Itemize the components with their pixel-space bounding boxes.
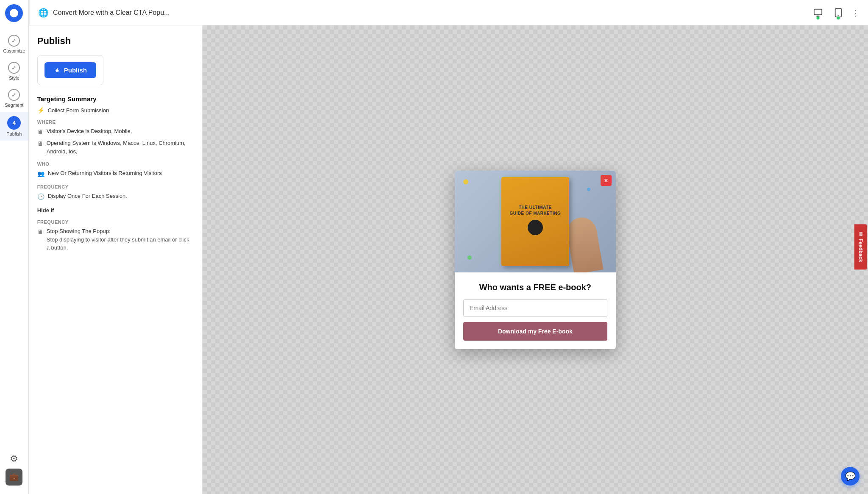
chat-icon: 💬 bbox=[845, 471, 856, 481]
settings-icon[interactable]: ⚙ bbox=[10, 453, 18, 464]
hide-frequency-text-wrap: Stop Showing The Popup: Stop displaying … bbox=[47, 227, 194, 252]
top-bar: 🌐 Convert More with a Clear CTA Popu... … bbox=[30, 0, 868, 25]
style-check-icon: ✓ bbox=[8, 62, 20, 74]
frequency-condition: 🕐 Display Once For Each Session. bbox=[37, 192, 194, 201]
hide-frequency-title: Stop Showing The Popup: bbox=[47, 227, 194, 236]
sidebar-item-style[interactable]: ✓ Style bbox=[0, 58, 28, 85]
book-title-line2: GUIDE OF MARKETING bbox=[510, 211, 561, 216]
deco-circle-2 bbox=[587, 188, 590, 191]
publish-step-badge: 4 bbox=[7, 116, 21, 130]
hide-frequency-label: FREQUENCY bbox=[37, 219, 194, 225]
svg-text:O: O bbox=[12, 10, 16, 16]
feedback-tab[interactable]: ✉ Feedback bbox=[854, 224, 867, 269]
more-options-button[interactable]: ⋮ bbox=[851, 8, 860, 18]
feedback-label: Feedback bbox=[857, 239, 863, 262]
os-condition: 🖥 Operating System is Windows, Macos, Li… bbox=[37, 139, 194, 155]
book-title-line1: THE ULTIMATE bbox=[519, 205, 552, 211]
left-sidebar: O ✓ Customize ✓ Style ✓ Segment 4 Publis… bbox=[0, 0, 29, 494]
sidebar-item-publish-label: Publish bbox=[6, 131, 22, 136]
panel-title: Publish bbox=[37, 36, 194, 47]
sidebar-bottom: ⚙ 💼 bbox=[6, 453, 22, 490]
popup-image-area: THE ULTIMATE GUIDE OF MARKETING bbox=[455, 171, 616, 272]
where-section-label: WHERE bbox=[37, 119, 194, 125]
publish-button-container: Publish bbox=[37, 55, 103, 85]
visitor-condition-text: New Or Returning Visitors is Returning V… bbox=[48, 169, 162, 178]
sidebar-item-customize-label: Customize bbox=[3, 48, 25, 53]
deco-circle-3 bbox=[467, 255, 472, 260]
os-condition-text: Operating System is Windows, Macos, Linu… bbox=[47, 139, 194, 155]
os-icon: 🖥 bbox=[37, 139, 43, 148]
sidebar-item-publish[interactable]: 4 Publish bbox=[0, 112, 28, 141]
hide-if-label: Hide if bbox=[37, 207, 194, 214]
svg-rect-2 bbox=[814, 9, 822, 14]
download-cta-button[interactable]: Download my Free E-book bbox=[463, 322, 607, 341]
popup-body: Who wants a FREE e-book? Download my Fre… bbox=[455, 272, 616, 349]
sidebar-item-customize[interactable]: ✓ Customize bbox=[0, 31, 28, 58]
zap-icon: ⚡ bbox=[37, 107, 45, 114]
visitors-icon: 👥 bbox=[37, 169, 45, 178]
sidebar-item-style-label: Style bbox=[9, 75, 19, 80]
targeting-item-label: Collect Form Submission bbox=[48, 107, 109, 114]
who-section-label: WHO bbox=[37, 161, 194, 167]
device-condition: 🖥 Visitor's Device is Desktop, Mobile, bbox=[37, 127, 194, 136]
device-icon: 🖥 bbox=[37, 128, 43, 136]
chat-bubble-button[interactable]: 💬 bbox=[841, 467, 860, 486]
visitor-condition: 👥 New Or Returning Visitors is Returning… bbox=[37, 169, 194, 178]
publish-button-label: Publish bbox=[64, 67, 87, 74]
customize-check-icon: ✓ bbox=[8, 35, 20, 47]
popup-headline: Who wants a FREE e-book? bbox=[463, 283, 607, 292]
desktop-device-button[interactable] bbox=[810, 5, 826, 20]
page-title: Convert More with a Clear CTA Popu... bbox=[53, 9, 810, 17]
frequency-section-label: FREQUENCY bbox=[37, 184, 194, 189]
deco-circle-1 bbox=[463, 179, 468, 184]
clock-icon: 🕐 bbox=[37, 192, 45, 201]
top-bar-actions: ⋮ bbox=[810, 5, 860, 20]
sidebar-item-segment[interactable]: ✓ Segment bbox=[0, 85, 28, 112]
mobile-device-button[interactable] bbox=[831, 5, 846, 20]
publish-button[interactable]: Publish bbox=[45, 62, 96, 78]
sidebar-item-segment-label: Segment bbox=[5, 103, 23, 108]
popup-close-button[interactable]: × bbox=[601, 175, 612, 186]
frequency-condition-text: Display Once For Each Session. bbox=[48, 192, 127, 200]
targeting-collect-form: ⚡ Collect Form Submission bbox=[37, 107, 194, 114]
device-condition-text: Visitor's Device is Desktop, Mobile, bbox=[47, 127, 132, 136]
targeting-summary-title: Targeting Summary bbox=[37, 95, 194, 103]
hand-illustration bbox=[565, 215, 604, 272]
hide-frequency-condition: 🖥 Stop Showing The Popup: Stop displayin… bbox=[37, 227, 194, 252]
globe-icon: 🌐 bbox=[38, 8, 49, 18]
popup-modal: THE ULTIMATE GUIDE OF MARKETING × Who wa… bbox=[455, 171, 616, 349]
briefcase-icon[interactable]: 💼 bbox=[6, 469, 22, 486]
book-cover: THE ULTIMATE GUIDE OF MARKETING bbox=[501, 177, 569, 266]
hide-frequency-desc: Stop displaying to visitor after they su… bbox=[47, 236, 194, 252]
segment-check-icon: ✓ bbox=[8, 89, 20, 101]
main-layout: Publish Publish Targeting Summary ⚡ Coll… bbox=[29, 25, 868, 494]
preview-canvas: THE ULTIMATE GUIDE OF MARKETING × Who wa… bbox=[203, 25, 868, 494]
book-circle-decoration bbox=[528, 220, 543, 235]
publish-panel: Publish Publish Targeting Summary ⚡ Coll… bbox=[29, 25, 203, 494]
hide-icon: 🖥 bbox=[37, 228, 43, 236]
email-input[interactable] bbox=[463, 299, 607, 317]
feedback-mail-icon: ✉ bbox=[857, 232, 863, 236]
logo-button[interactable]: O bbox=[5, 4, 23, 22]
book-illustration: THE ULTIMATE GUIDE OF MARKETING bbox=[501, 177, 569, 266]
